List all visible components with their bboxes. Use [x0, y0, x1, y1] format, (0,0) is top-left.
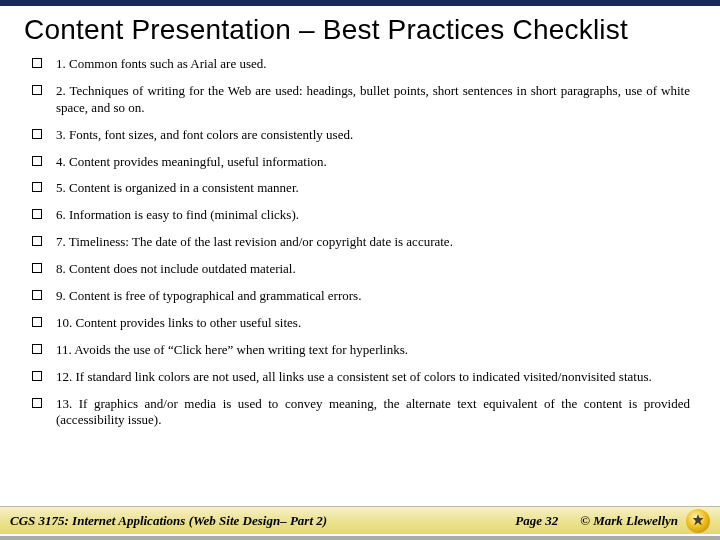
checkbox-icon [32, 344, 42, 354]
ucf-logo-icon [686, 509, 710, 533]
checklist-text: 3. Fonts, font sizes, and font colors ar… [56, 127, 696, 144]
checkbox-icon [32, 85, 42, 95]
checklist-text: 8. Content does not include outdated mat… [56, 261, 696, 278]
checklist-item: 5. Content is organized in a consistent … [32, 180, 696, 197]
slide-title: Content Presentation – Best Practices Ch… [24, 14, 696, 46]
slide-body: Content Presentation – Best Practices Ch… [0, 6, 720, 429]
checklist-item: 4. Content provides meaningful, useful i… [32, 154, 696, 171]
checklist-text: 11. Avoids the use of “Click here” when … [56, 342, 696, 359]
checklist-text: 10. Content provides links to other usef… [56, 315, 696, 332]
checklist-item: 7. Timeliness: The date of the last revi… [32, 234, 696, 251]
checkbox-icon [32, 129, 42, 139]
checklist-text: 7. Timeliness: The date of the last revi… [56, 234, 696, 251]
checklist-text: 4. Content provides meaningful, useful i… [56, 154, 696, 171]
slide-footer: CGS 3175: Internet Applications (Web Sit… [0, 506, 720, 534]
checklist-text: 12. If standard link colors are not used… [56, 369, 696, 386]
checklist-item: 3. Fonts, font sizes, and font colors ar… [32, 127, 696, 144]
footer-copyright: © Mark Llewellyn [580, 513, 678, 529]
checklist-item: 8. Content does not include outdated mat… [32, 261, 696, 278]
checklist-text: 2. Techniques of writing for the Web are… [56, 83, 696, 117]
checklist-text: 5. Content is organized in a consistent … [56, 180, 696, 197]
checklist-item: 2. Techniques of writing for the Web are… [32, 83, 696, 117]
checkbox-icon [32, 209, 42, 219]
checklist: 1. Common fonts such as Arial are used. … [24, 56, 696, 429]
checklist-item: 11. Avoids the use of “Click here” when … [32, 342, 696, 359]
checklist-item: 12. If standard link colors are not used… [32, 369, 696, 386]
checkbox-icon [32, 317, 42, 327]
checklist-item: 10. Content provides links to other usef… [32, 315, 696, 332]
checkbox-icon [32, 290, 42, 300]
checklist-item: 6. Information is easy to find (minimal … [32, 207, 696, 224]
footer-course: CGS 3175: Internet Applications (Web Sit… [10, 513, 327, 529]
checklist-item: 13. If graphics and/or media is used to … [32, 396, 696, 430]
checkbox-icon [32, 156, 42, 166]
checkbox-icon [32, 236, 42, 246]
footer-page-number: Page 32 [515, 513, 558, 529]
checklist-text: 13. If graphics and/or media is used to … [56, 396, 696, 430]
bottom-edge [0, 536, 720, 540]
checkbox-icon [32, 263, 42, 273]
checklist-text: 6. Information is easy to find (minimal … [56, 207, 696, 224]
checkbox-icon [32, 398, 42, 408]
checkbox-icon [32, 182, 42, 192]
checkbox-icon [32, 58, 42, 68]
checklist-text: 9. Content is free of typographical and … [56, 288, 696, 305]
checkbox-icon [32, 371, 42, 381]
checklist-item: 1. Common fonts such as Arial are used. [32, 56, 696, 73]
checklist-text: 1. Common fonts such as Arial are used. [56, 56, 696, 73]
checklist-item: 9. Content is free of typographical and … [32, 288, 696, 305]
